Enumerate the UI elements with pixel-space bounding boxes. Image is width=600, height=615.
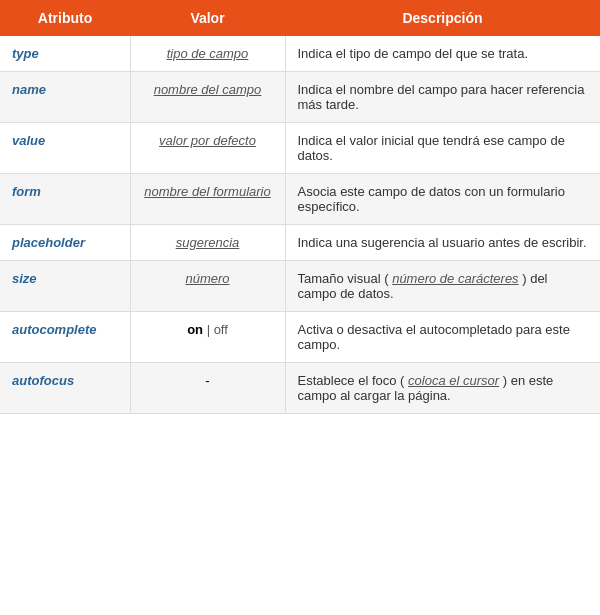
val-link: número [185,271,229,286]
val-cell: número [130,261,285,312]
table-row: formnombre del formularioAsocia este cam… [0,174,600,225]
table-row: typetipo de campoIndica el tipo de campo… [0,36,600,72]
desc-cell: Indica el nombre del campo para hacer re… [285,72,600,123]
val-cell: valor por defecto [130,123,285,174]
val-cell: on | off [130,312,285,363]
desc-cell: Tamaño visual ( número de carácteres ) d… [285,261,600,312]
table-row: namenombre del campoIndica el nombre del… [0,72,600,123]
header-desc: Descripción [285,0,600,36]
val-cell: - [130,363,285,414]
table-row: autocompleteon | offActiva o desactiva e… [0,312,600,363]
attr-cell: type [0,36,130,72]
val-link: nombre del campo [154,82,262,97]
on-value: on [187,322,203,337]
desc-cell: Establece el foco ( coloca el cursor ) e… [285,363,600,414]
attr-cell: autofocus [0,363,130,414]
desc-link: coloca el cursor [408,373,499,388]
desc-cell: Indica una sugerencia al usuario antes d… [285,225,600,261]
attr-cell: size [0,261,130,312]
desc-cell: Indica el tipo de campo del que se trata… [285,36,600,72]
table-row: valuevalor por defectoIndica el valor in… [0,123,600,174]
val-link: tipo de campo [167,46,249,61]
val-cell: sugerencia [130,225,285,261]
val-cell: nombre del campo [130,72,285,123]
attr-cell: placeholder [0,225,130,261]
desc-link: número de carácteres [392,271,518,286]
attr-cell: value [0,123,130,174]
desc-cell: Indica el valor inicial que tendrá ese c… [285,123,600,174]
header-attr: Atributo [0,0,130,36]
table-row: sizenúmeroTamaño visual ( número de cará… [0,261,600,312]
attributes-table: Atributo Valor Descripción typetipo de c… [0,0,600,414]
table-row: placeholdersugerenciaIndica una sugerenc… [0,225,600,261]
val-cell: nombre del formulario [130,174,285,225]
val-link: valor por defecto [159,133,256,148]
val-link: nombre del formulario [144,184,270,199]
header-val: Valor [130,0,285,36]
table-row: autofocus-Establece el foco ( coloca el … [0,363,600,414]
attr-cell: autocomplete [0,312,130,363]
val-cell: tipo de campo [130,36,285,72]
desc-cell: Activa o desactiva el autocompletado par… [285,312,600,363]
off-value: off [214,322,228,337]
desc-cell: Asocia este campo de datos con un formul… [285,174,600,225]
attr-cell: name [0,72,130,123]
val-link: sugerencia [176,235,240,250]
attr-cell: form [0,174,130,225]
